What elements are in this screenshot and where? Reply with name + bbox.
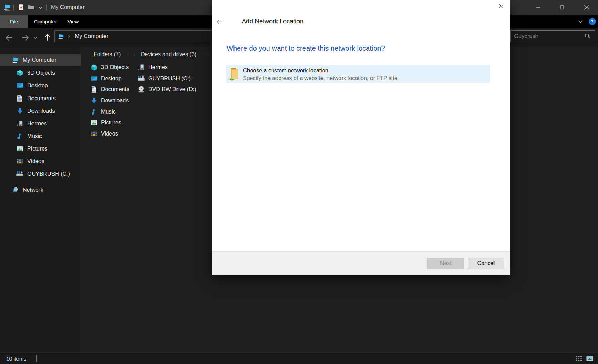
menu-view-tab[interactable]: View [67, 15, 79, 28]
file-item-videos[interactable]: Videos [90, 129, 118, 139]
file-item-hermes[interactable]: Hermes [137, 62, 168, 73]
search-icon[interactable] [584, 33, 591, 40]
close-icon [498, 3, 505, 9]
window-title: My Computer [51, 0, 85, 15]
up-icon[interactable] [43, 33, 52, 42]
sidebar-item-guybrush-c[interactable]: GUYBRUSH (C:) [0, 168, 81, 180]
next-button[interactable]: Next [427, 258, 464, 269]
music-icon [16, 132, 24, 140]
file-item-downloads[interactable]: Downloads [90, 95, 129, 106]
group-header-devices[interactable]: Devices and drives (3) [141, 51, 196, 58]
file-item-label: Downloads [101, 97, 129, 104]
documents-icon [16, 95, 24, 102]
details-view-button[interactable] [575, 354, 583, 363]
back-icon[interactable] [5, 33, 14, 42]
help-icon[interactable]: ? [589, 18, 596, 25]
sidebar-item-videos[interactable]: Videos [0, 155, 81, 168]
file-item-label: GUYBRUSH (C:) [148, 75, 191, 82]
option-title: Choose a custom network location [243, 67, 329, 74]
recent-locations-chevron-icon[interactable] [33, 35, 39, 41]
dvd-drive-icon [137, 86, 145, 93]
search-text: Guybrush [514, 33, 538, 39]
music-icon [90, 108, 98, 116]
minimize-icon [534, 3, 542, 11]
sidebar-item-label: Videos [27, 158, 44, 165]
menu-file-tab[interactable]: File [0, 15, 28, 28]
file-item-label: Videos [101, 131, 118, 137]
dialog-back-button[interactable] [214, 16, 225, 27]
file-item-label: 3D Objects [101, 64, 129, 71]
file-item-dvd-drive[interactable]: DVD RW Drive (D:) [137, 84, 196, 95]
file-item-label: Hermes [148, 64, 168, 71]
quick-access-properties-icon[interactable] [17, 3, 25, 11]
status-separator [36, 355, 37, 362]
media-player-icon [137, 64, 145, 71]
cancel-button[interactable]: Cancel [468, 258, 504, 269]
videos-icon [90, 130, 98, 138]
sidebar-item-label: 3D Objects [27, 70, 55, 76]
address-text: My Computer [75, 33, 108, 39]
navigation-pane: My Computer 3D Objects Desktop Documents… [0, 47, 81, 352]
custom-network-location-option[interactable]: Choose a custom network location Specify… [226, 65, 490, 83]
group-header-folders[interactable]: Folders (7) [94, 51, 121, 58]
file-item-desktop[interactable]: Desktop [90, 73, 122, 84]
sidebar-item-my-computer[interactable]: My Computer [0, 54, 81, 66]
network-folder-icon [228, 66, 241, 81]
file-item-music[interactable]: Music [90, 107, 116, 117]
sidebar-item-downloads[interactable]: Downloads [0, 105, 81, 117]
sidebar-item-label: Downloads [27, 108, 55, 114]
minimize-button[interactable] [530, 0, 546, 15]
sidebar-item-3d-objects[interactable]: 3D Objects [0, 67, 81, 79]
sidebar-item-desktop[interactable]: Desktop [0, 79, 81, 92]
sidebar-item-label: Desktop [27, 82, 48, 89]
group-header-line [127, 55, 135, 55]
items-count: 10 items [6, 353, 26, 364]
sidebar-item-label: GUYBRUSH (C:) [27, 171, 70, 177]
dialog-footer: Next Cancel [212, 251, 510, 275]
sidebar-item-hermes[interactable]: Hermes [0, 117, 81, 130]
file-item-3d-objects[interactable]: 3D Objects [90, 62, 129, 73]
quick-access-folder-icon[interactable] [27, 3, 35, 11]
dialog-close-button[interactable] [495, 1, 507, 11]
sidebar-item-label: Music [27, 133, 42, 139]
collapse-ribbon-icon[interactable] [577, 18, 584, 26]
documents-icon [90, 86, 98, 93]
downloads-icon [16, 107, 24, 115]
system-drive-icon [137, 75, 145, 82]
downloads-icon [90, 97, 98, 104]
address-chevron-icon[interactable] [66, 34, 72, 39]
explorer-logo-icon [3, 3, 12, 12]
file-item-documents[interactable]: Documents [90, 84, 129, 95]
customize-quick-access-toolbar-icon[interactable] [37, 4, 44, 11]
thumbnails-view-button[interactable] [586, 354, 594, 363]
file-item-pictures[interactable]: Pictures [90, 117, 121, 128]
sidebar-item-documents[interactable]: Documents [0, 92, 81, 105]
sidebar-item-label: My Computer [23, 57, 56, 63]
close-window-button[interactable] [579, 0, 595, 15]
maximize-icon [558, 3, 566, 11]
maximize-button[interactable] [554, 0, 570, 15]
desktop-icon [90, 75, 98, 82]
3d-objects-icon [90, 64, 98, 71]
sidebar-item-network[interactable]: Network [0, 184, 81, 196]
network-icon [12, 186, 19, 194]
sidebar-item-label: Hermes [27, 121, 47, 127]
sidebar-item-pictures[interactable]: Pictures [0, 143, 81, 155]
media-player-icon [16, 120, 24, 128]
sidebar-item-label: Network [23, 187, 43, 193]
sidebar-item-music[interactable]: Music [0, 130, 81, 143]
dialog-title: Add Network Location [242, 18, 303, 25]
3d-objects-icon [16, 69, 24, 77]
computer-icon [12, 56, 19, 64]
file-item-label: Music [101, 109, 116, 115]
menu-computer-tab[interactable]: Computer [34, 15, 57, 28]
forward-icon[interactable] [21, 33, 30, 42]
file-item-label: Pictures [101, 119, 121, 126]
group-header-line [204, 55, 212, 55]
file-item-label: Documents [101, 86, 129, 93]
thumbnails-view-icon [586, 354, 594, 363]
search-box[interactable]: Guybrush [510, 30, 595, 42]
file-item-guybrush-c[interactable]: GUYBRUSH (C:) [137, 73, 191, 84]
titlebar-separator [46, 5, 47, 10]
pictures-icon [90, 119, 98, 126]
